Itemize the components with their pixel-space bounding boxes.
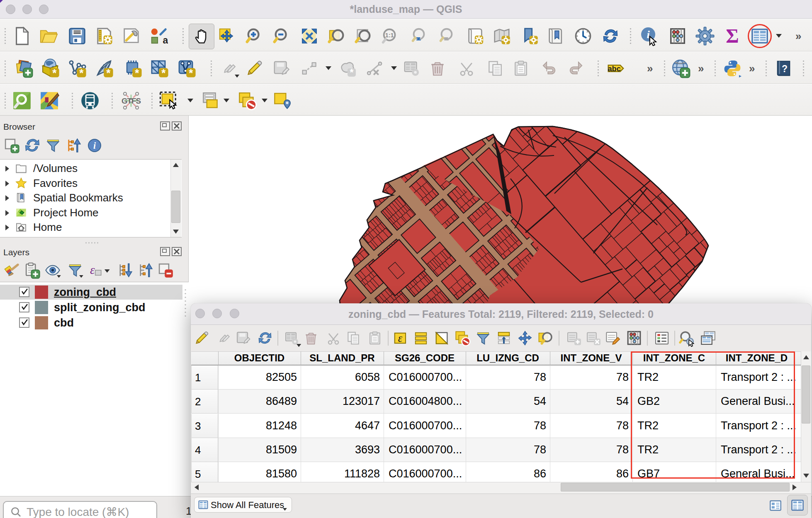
svg-text:Σ: Σ — [726, 26, 739, 46]
svg-text:*: * — [106, 67, 111, 78]
svg-text:ε: ε — [90, 263, 95, 276]
svg-text:*: * — [135, 67, 139, 78]
svg-text:*: * — [79, 67, 84, 78]
svg-text:?: ? — [782, 63, 788, 74]
svg-text:i: i — [93, 140, 96, 151]
svg-text:ε: ε — [398, 332, 403, 344]
svg-text:abc: abc — [608, 65, 620, 73]
svg-text:GTFS: GTFS — [122, 97, 141, 105]
svg-text:*: * — [52, 67, 57, 78]
svg-text:*: * — [350, 67, 353, 78]
svg-text:*: * — [189, 67, 193, 78]
svg-text:a: a — [163, 35, 168, 46]
svg-text:1:1: 1:1 — [385, 32, 394, 39]
svg-text:*: * — [161, 67, 166, 78]
